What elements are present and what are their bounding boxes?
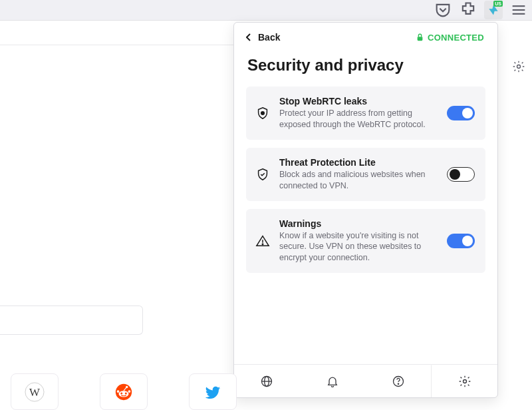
svg-point-3 (517, 65, 521, 69)
search-box-region[interactable] (0, 306, 143, 335)
svg-point-20 (117, 390, 120, 393)
svg-point-18 (120, 392, 122, 394)
setting-warnings: Warnings Know if a website you're visiti… (246, 209, 485, 274)
pocket-icon[interactable] (434, 1, 452, 19)
setting-webrtc: Stop WebRTC leaks Protect your IP addres… (246, 87, 485, 140)
svg-point-7 (262, 244, 263, 244)
setting-threat-protection: Threat Protection Lite Block ads and mal… (246, 148, 485, 201)
page-title: Security and privacy (234, 49, 497, 87)
browser-toolbar: US (0, 0, 532, 21)
toggle-threat-protection[interactable] (447, 167, 475, 182)
setting-desc: Block ads and malicious websites when co… (279, 169, 438, 192)
svg-point-21 (128, 390, 131, 393)
setting-title: Threat Protection Lite (279, 157, 438, 168)
setting-title: Warnings (279, 218, 438, 229)
vpn-settings-panel: Back CONNECTED Security and privacy Stop… (233, 22, 498, 398)
svg-text:W: W (29, 385, 40, 398)
lock-icon (416, 33, 424, 41)
extensions-icon[interactable] (459, 1, 477, 19)
vpn-country-badge: US (493, 1, 503, 7)
shortcut-row: W (11, 373, 237, 410)
settings-list: Stop WebRTC leaks Protect your IP addres… (234, 87, 497, 273)
svg-point-19 (125, 392, 127, 394)
help-icon (392, 375, 405, 388)
twitter-icon (203, 382, 223, 402)
page-settings-icon[interactable] (512, 60, 525, 73)
status-label: CONNECTED (428, 33, 484, 43)
svg-point-13 (463, 380, 466, 383)
tab-notifications[interactable] (300, 365, 366, 397)
gear-icon (458, 375, 471, 388)
shortcut-twitter[interactable] (189, 373, 237, 410)
back-label: Back (258, 32, 280, 43)
reddit-icon (114, 382, 134, 402)
webrtc-icon (255, 105, 270, 121)
connection-status: CONNECTED (416, 33, 484, 43)
shortcut-reddit[interactable] (100, 373, 148, 410)
setting-title: Stop WebRTC leaks (279, 96, 438, 106)
hamburger-menu-icon[interactable] (509, 1, 528, 19)
shortcut-wikipedia[interactable]: W (11, 373, 59, 410)
toggle-warnings[interactable] (447, 234, 475, 248)
svg-point-12 (398, 383, 398, 384)
setting-desc: Protect your IP address from getting exp… (279, 108, 438, 130)
svg-point-5 (261, 112, 265, 115)
tab-help[interactable] (366, 365, 432, 397)
svg-rect-4 (418, 37, 423, 41)
tab-settings[interactable] (431, 365, 497, 397)
toggle-webrtc[interactable] (447, 106, 475, 120)
panel-header: Back CONNECTED (234, 23, 497, 49)
warning-icon (255, 233, 270, 249)
tab-globe[interactable] (234, 365, 300, 397)
globe-icon (260, 375, 273, 388)
shield-icon (255, 166, 270, 182)
wikipedia-icon: W (25, 382, 45, 402)
back-button[interactable]: Back (246, 32, 280, 43)
setting-desc: Know if a website you're visiting is not… (279, 230, 438, 264)
bell-icon (326, 375, 339, 388)
panel-bottom-tabs (234, 364, 497, 397)
vpn-extension-button[interactable]: US (484, 1, 503, 19)
